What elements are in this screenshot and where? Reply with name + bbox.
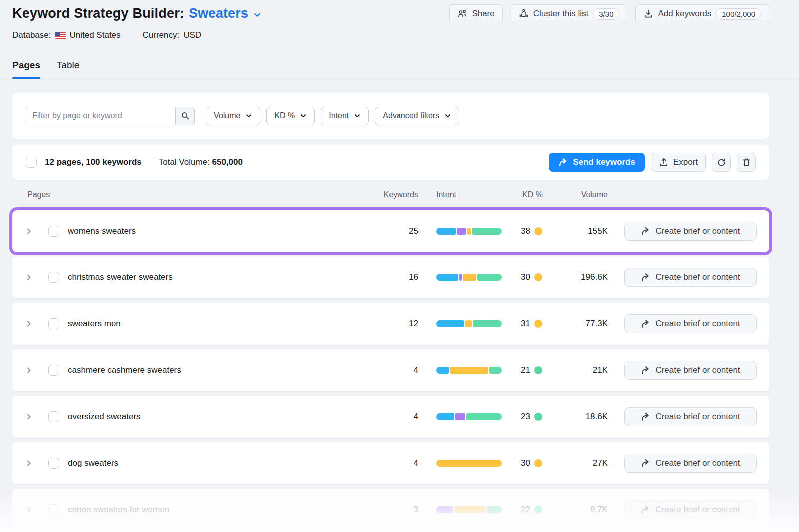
add-keywords-button[interactable]: Add keywords 100/2,000	[635, 4, 769, 23]
create-brief-button[interactable]: Create brief or content	[624, 407, 757, 426]
kd-dot	[534, 506, 542, 514]
send-arrow-icon	[641, 319, 650, 329]
keywords-count: 4	[356, 365, 418, 375]
kd-dot	[534, 459, 542, 467]
export-icon	[659, 157, 669, 167]
kd-value: 30	[480, 272, 530, 282]
keywords-count: 25	[356, 226, 418, 236]
intent-filter-label: Intent	[329, 111, 349, 120]
volume-value: 21K	[548, 365, 608, 375]
row-checkbox[interactable]	[48, 365, 59, 376]
row-checkbox[interactable]	[48, 411, 59, 422]
send-arrow-icon	[641, 273, 650, 282]
search-button[interactable]	[175, 107, 194, 125]
page-name[interactable]: christmas sweater sweaters	[68, 272, 173, 282]
export-label: Export	[673, 157, 698, 167]
keywords-count: 3	[356, 505, 418, 515]
create-brief-button[interactable]: Create brief or content	[624, 454, 757, 473]
kd-value: 31	[480, 319, 530, 329]
expand-row-chevron-icon[interactable]	[25, 506, 35, 514]
send-arrow-icon	[641, 366, 650, 375]
send-arrow-icon	[641, 505, 650, 515]
create-brief-button[interactable]: Create brief or content	[624, 268, 757, 287]
keywords-count-badge: 100/2,000	[716, 8, 761, 20]
volume-value: 27K	[548, 458, 608, 468]
page-header: Keyword Strategy Builder: Sweaters	[12, 6, 262, 21]
expand-row-chevron-icon[interactable]	[25, 273, 35, 281]
refresh-icon	[717, 158, 726, 167]
intent-segment	[465, 320, 472, 327]
create-brief-button[interactable]: Create brief or content	[624, 222, 757, 241]
intent-segment	[436, 274, 458, 281]
send-keywords-button[interactable]: Send keywords	[549, 153, 645, 172]
create-brief-button[interactable]: Create brief or content	[624, 500, 757, 519]
intent-segment	[457, 228, 466, 235]
keyword-strategy-builder-page: Keyword Strategy Builder: Sweaters Datab…	[0, 0, 799, 532]
kd-filter-dropdown[interactable]: KD %	[266, 107, 315, 125]
page-name[interactable]: cotton sweaters for women	[68, 505, 169, 515]
volume-filter-dropdown[interactable]: Volume	[206, 107, 260, 125]
row-checkbox[interactable]	[48, 318, 59, 329]
share-button[interactable]: Share	[449, 4, 502, 23]
page-name[interactable]: cashmere cashmere sweaters	[68, 365, 181, 375]
create-brief-label: Create brief or content	[655, 272, 740, 282]
send-keywords-label: Send keywords	[573, 157, 635, 167]
row-checkbox[interactable]	[48, 504, 59, 515]
kd-dot	[534, 227, 542, 235]
list-name-dropdown[interactable]: Sweaters	[189, 6, 248, 21]
expand-row-chevron-icon[interactable]	[25, 413, 35, 421]
kd-value: 30	[480, 458, 530, 468]
export-button[interactable]: Export	[651, 153, 706, 172]
tab-pages[interactable]: Pages	[12, 60, 40, 79]
volume-filter-label: Volume	[214, 111, 240, 120]
intent-segment	[436, 413, 454, 420]
kd-dot	[534, 273, 542, 281]
delete-button[interactable]	[737, 153, 756, 172]
select-all-checkbox[interactable]	[26, 157, 37, 168]
chevron-down-icon[interactable]	[253, 10, 262, 19]
chevron-down-icon	[354, 112, 361, 119]
tab-table[interactable]: Table	[57, 60, 79, 79]
create-brief-label: Create brief or content	[655, 412, 740, 422]
create-brief-label: Create brief or content	[655, 458, 740, 468]
send-arrow-icon	[641, 227, 650, 236]
intent-filter-dropdown[interactable]: Intent	[321, 107, 369, 125]
cluster-count-badge: 3/30	[593, 8, 619, 20]
share-icon	[457, 9, 467, 19]
keywords-count: 4	[356, 412, 418, 422]
column-header-kd: KD %	[493, 190, 543, 199]
create-brief-button[interactable]: Create brief or content	[624, 361, 757, 380]
add-keywords-label: Add keywords	[658, 9, 711, 19]
page-name[interactable]: sweaters men	[68, 319, 121, 329]
expand-row-chevron-icon[interactable]	[25, 366, 35, 374]
keywords-count: 4	[356, 458, 418, 468]
row-checkbox[interactable]	[48, 272, 59, 283]
page-name[interactable]: womens sweaters	[68, 226, 136, 236]
page-name[interactable]: oversized sweaters	[68, 412, 141, 422]
search-icon	[181, 111, 190, 120]
column-header-pages: Pages	[27, 190, 50, 199]
tabs-divider	[0, 79, 799, 79]
expand-row-chevron-icon[interactable]	[25, 320, 35, 328]
header-actions: Share Cluster this list 3/30 Add keyword…	[449, 4, 769, 23]
cluster-label: Cluster this list	[533, 9, 589, 19]
advanced-filters-dropdown[interactable]: Advanced filters	[375, 107, 459, 125]
page-name[interactable]: dog sweaters	[68, 458, 118, 468]
kd-value: 22	[480, 505, 530, 515]
trash-icon	[742, 158, 751, 167]
volume-value: 155K	[548, 226, 608, 236]
expand-row-chevron-icon[interactable]	[25, 227, 35, 235]
intent-segment	[436, 506, 453, 513]
intent-segment	[436, 367, 449, 374]
expand-row-chevron-icon[interactable]	[25, 459, 35, 467]
chevron-down-icon	[444, 112, 451, 119]
send-arrow-icon	[558, 158, 568, 167]
cluster-list-button[interactable]: Cluster this list 3/30	[511, 4, 628, 23]
search-input[interactable]	[26, 107, 175, 125]
kd-filter-label: KD %	[274, 111, 295, 120]
refresh-button[interactable]	[712, 153, 731, 172]
row-checkbox[interactable]	[48, 458, 59, 469]
create-brief-button[interactable]: Create brief or content	[624, 314, 757, 333]
row-checkbox[interactable]	[48, 226, 59, 237]
us-flag-icon	[55, 32, 66, 39]
